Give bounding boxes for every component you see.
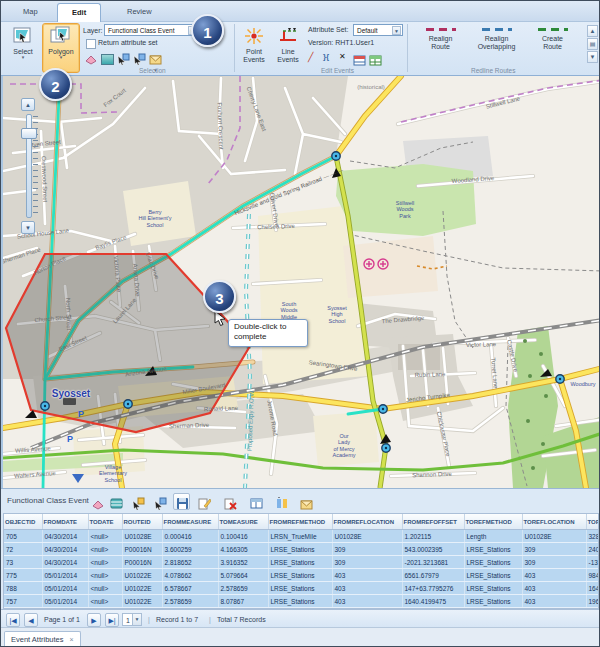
table-cell[interactable]: 2.818652 xyxy=(162,556,218,569)
column-header[interactable]: FROMDATE xyxy=(42,514,88,530)
table-cell[interactable]: U01028E xyxy=(122,530,162,543)
ribbon-scrollbar[interactable]: ▲ ▤ ▼ xyxy=(587,25,598,71)
export-selection-icon[interactable]: ▾ xyxy=(149,51,162,63)
column-header[interactable]: TOREFOFFSET xyxy=(586,514,599,530)
table-cell[interactable]: LRSE_Stations xyxy=(268,569,332,582)
table-row[interactable]: 7304/30/2014<null>P00016N2.8186523.91635… xyxy=(4,556,599,569)
table-cell[interactable]: -1372.7007874 xyxy=(586,556,599,569)
table-cell[interactable]: <null> xyxy=(88,556,122,569)
ribbon-scroll-down-icon[interactable]: ▼ xyxy=(587,51,598,63)
select-events-icon[interactable] xyxy=(129,493,146,510)
table-cell[interactable]: 4.166305 xyxy=(218,543,268,556)
map-zoom-control[interactable]: ▲ ▼ xyxy=(19,98,37,234)
table-cell[interactable]: 1640.4199475 xyxy=(586,582,599,595)
table-cell[interactable]: LRSE_Stations xyxy=(268,595,332,608)
table-cell[interactable]: 3.600259 xyxy=(162,543,218,556)
ribbon-scroll-up-icon[interactable]: ▲ xyxy=(587,25,598,37)
table-row[interactable]: 77505/01/2014<null>U01022E4.0786625.0796… xyxy=(4,569,599,582)
table-cell[interactable]: 2.578659 xyxy=(162,595,218,608)
save-edits-icon[interactable] xyxy=(173,493,190,510)
zoom-in-icon[interactable]: ▲ xyxy=(21,98,35,111)
table-cell[interactable]: 403 xyxy=(332,595,402,608)
table-cell[interactable]: 403 xyxy=(332,582,402,595)
table-cell[interactable]: LRSE_Stations xyxy=(464,582,522,595)
prev-page-icon[interactable]: ◀ xyxy=(24,613,38,627)
polygon-dropdown-arrow[interactable]: ▾ xyxy=(43,55,79,59)
layer-combobox[interactable]: Functional Class Event ▼ xyxy=(104,24,199,36)
table-cell[interactable]: <null> xyxy=(88,582,122,595)
table-cell[interactable]: LRSE_Stations xyxy=(268,582,332,595)
table-cell[interactable]: U01028E xyxy=(522,530,586,543)
table-cell[interactable]: LRSE_Stations xyxy=(464,556,522,569)
snap-event-icon[interactable]: ✕ xyxy=(339,52,352,64)
table-cell[interactable]: 04/30/2014 xyxy=(42,530,88,543)
table-row[interactable]: 7204/30/2014<null>P00016N3.6002594.16630… xyxy=(4,543,599,556)
table-cell[interactable]: U01022E xyxy=(122,582,162,595)
create-route-button[interactable]: Create Route xyxy=(525,25,580,69)
table-cell[interactable]: 309 xyxy=(522,556,586,569)
column-header[interactable]: FROMMEASURE xyxy=(162,514,218,530)
table-cell[interactable]: <null> xyxy=(88,543,122,556)
table-cell[interactable]: 196+85.0393701 xyxy=(586,595,599,608)
table-cell[interactable]: 757 xyxy=(4,595,42,608)
table-row[interactable]: 75705/01/2014<null>U01022E2.5786598.0786… xyxy=(4,595,599,608)
open-table-icon[interactable] xyxy=(107,493,124,510)
zoom-out-icon[interactable]: ▼ xyxy=(21,221,35,234)
event-grid[interactable]: OBJECTIDFROMDATETODATEROUTEIDFROMMEASURE… xyxy=(3,513,599,609)
clear-selection-icon[interactable] xyxy=(85,51,98,63)
table-cell[interactable]: 6.578667 xyxy=(162,582,218,595)
table-cell[interactable]: 4.078662 xyxy=(162,569,218,582)
table-cell[interactable]: 73 xyxy=(4,556,42,569)
table-cell[interactable]: <null> xyxy=(88,595,122,608)
map-viewport[interactable]: P P xyxy=(1,76,600,488)
sort-icon[interactable] xyxy=(273,493,290,510)
table-cell[interactable]: 1.202115 xyxy=(402,530,464,543)
return-attribute-set-checkbox[interactable] xyxy=(86,39,96,49)
zoom-slider-handle[interactable] xyxy=(21,128,37,139)
table-cell[interactable]: P00016N xyxy=(122,556,162,569)
table-cell[interactable]: 309 xyxy=(332,556,402,569)
column-header[interactable]: TOREFMETHOD xyxy=(464,514,522,530)
ribbon-scroll-thumb[interactable]: ▤ xyxy=(587,38,598,50)
table-cell[interactable]: LRSE_Stations xyxy=(268,556,332,569)
table-cell[interactable]: 403 xyxy=(522,582,586,595)
table-cell[interactable]: 05/01/2014 xyxy=(42,582,88,595)
first-page-icon[interactable]: |◀ xyxy=(6,613,20,627)
table-cell[interactable]: LRSE_Stations xyxy=(268,543,332,556)
column-header[interactable]: TOREFLOCATION xyxy=(522,514,586,530)
table-cell[interactable]: 2.578659 xyxy=(218,582,268,595)
table-cell[interactable]: 403 xyxy=(522,595,586,608)
table-cell[interactable]: 775 xyxy=(4,569,42,582)
attribute-set-grid-icon[interactable] xyxy=(247,493,264,510)
table-cell[interactable]: 04/30/2014 xyxy=(42,543,88,556)
merge-events-icon[interactable]: }{ xyxy=(323,52,336,64)
column-header[interactable]: TOMEASURE xyxy=(218,514,268,530)
tab-edit[interactable]: Edit xyxy=(57,3,101,22)
close-tab-icon[interactable]: × xyxy=(70,636,74,643)
table-cell[interactable]: U01022E xyxy=(122,595,162,608)
page-number-select[interactable]: 1▼ xyxy=(122,613,142,626)
table-cell[interactable]: 403 xyxy=(332,569,402,582)
table-cell[interactable]: Length xyxy=(464,530,522,543)
table-cell[interactable]: 04/30/2014 xyxy=(42,556,88,569)
table-cell[interactable]: 3.916352 xyxy=(218,556,268,569)
select-by-attribute-icon[interactable] xyxy=(117,51,130,63)
table-cell[interactable]: 0.100416 xyxy=(218,530,268,543)
realign-overlapping-button[interactable]: Realign Overlapping xyxy=(469,25,524,69)
column-header[interactable]: TODATE xyxy=(88,514,122,530)
table-cell[interactable]: -2021.3213681 xyxy=(402,556,464,569)
table-cell[interactable]: U01022E xyxy=(122,569,162,582)
table-cell[interactable]: 788 xyxy=(4,582,42,595)
table-cell[interactable]: 543.0002395 xyxy=(402,543,464,556)
table-cell[interactable]: LRSN_TrueMile xyxy=(268,530,332,543)
table-cell[interactable]: LRSE_Stations xyxy=(464,569,522,582)
map-canvas[interactable]: P P xyxy=(3,76,600,488)
table-cell[interactable]: 6561.67979 xyxy=(402,569,464,582)
table-cell[interactable]: 309 xyxy=(332,543,402,556)
column-header[interactable]: OBJECTID xyxy=(4,514,42,530)
column-header[interactable]: ROUTEID xyxy=(122,514,162,530)
attribute-set-combo-arrow-icon[interactable]: ▼ xyxy=(392,26,401,35)
table-cell[interactable]: P00016N xyxy=(122,543,162,556)
table-cell[interactable]: 705 xyxy=(4,530,42,543)
table-cell[interactable]: 309 xyxy=(522,543,586,556)
